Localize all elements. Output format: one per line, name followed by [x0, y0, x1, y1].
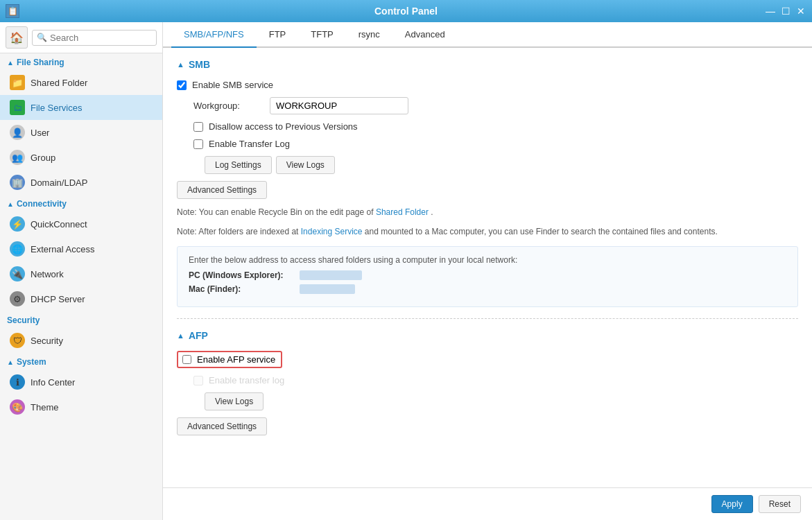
enable-smb-label: Enable SMB service — [192, 80, 273, 90]
smb-advanced-settings-row: Advanced Settings — [177, 181, 798, 199]
smb-advanced-settings-btn[interactable]: Advanced Settings — [177, 181, 267, 199]
sidebar-item-external-access[interactable]: 🌐 External Access — [0, 236, 162, 261]
shared-folder-icon: 📁 — [10, 75, 25, 90]
enable-transfer-log-row: Enable Transfer Log — [177, 139, 798, 149]
smb-section-label: SMB — [189, 59, 210, 70]
pc-label: PC (Windows Explorer): — [189, 270, 300, 280]
reset-button[interactable]: Reset — [759, 495, 801, 513]
apply-button[interactable]: Apply — [711, 495, 753, 513]
footer-bar: Apply Reset — [163, 487, 812, 520]
smb-section-header[interactable]: ▲ SMB — [177, 59, 798, 70]
close-btn[interactable]: ✕ — [795, 6, 806, 17]
tab-smb-afp-nfs[interactable]: SMB/AFP/NFS — [171, 22, 257, 48]
section-divider — [177, 318, 798, 319]
enable-transfer-log-wrap[interactable]: Enable Transfer Log — [193, 139, 290, 149]
sidebar-item-quickconnect-label: QuickConnect — [31, 219, 87, 229]
sidebar-item-user-label: User — [31, 128, 49, 138]
section-security-header: Security — [0, 311, 162, 328]
sidebar-item-shared-folder-label: Shared Folder — [31, 78, 87, 88]
enable-smb-row: Enable SMB service — [177, 80, 798, 90]
dhcp-icon: ⚙ — [10, 291, 25, 306]
afp-transfer-log-row: Enable transfer log — [177, 375, 798, 385]
app-container: 🏠 🔍 ▲ File Sharing 📁 Shared Folder 🗂 Fil… — [0, 22, 812, 520]
group-icon: 👥 — [10, 150, 25, 165]
enable-smb-checkbox-wrap[interactable]: Enable SMB service — [177, 80, 273, 90]
chevron-connectivity-icon: ▲ — [7, 200, 14, 208]
enable-afp-checkbox[interactable] — [182, 355, 191, 364]
sidebar-item-dhcp[interactable]: ⚙ DHCP Server — [0, 286, 162, 311]
smb-note-2: Note: After folders are indexed at Index… — [177, 225, 798, 238]
sidebar-item-domain-label: Domain/LDAP — [31, 177, 87, 188]
section-file-sharing-label: File Sharing — [17, 58, 64, 67]
enable-afp-label: Enable AFP service — [197, 354, 275, 365]
sidebar-item-security[interactable]: 🛡 Security — [0, 328, 162, 353]
domain-icon: 🏢 — [10, 175, 25, 190]
indexing-service-link[interactable]: Indexing Service — [301, 227, 363, 236]
afp-view-logs-btn[interactable]: View Logs — [205, 392, 264, 410]
afp-transfer-log-wrap: Enable transfer log — [193, 375, 284, 385]
enable-transfer-log-label: Enable Transfer Log — [209, 139, 290, 149]
section-system[interactable]: ▲ System — [0, 353, 162, 370]
sidebar-item-user[interactable]: 👤 User — [0, 120, 162, 145]
afp-view-logs-row: View Logs — [177, 392, 798, 410]
workgroup-label: Workgroup: — [193, 101, 263, 111]
home-button[interactable]: 🏠 — [6, 26, 28, 49]
afp-highlight-box: Enable AFP service — [177, 351, 282, 368]
disallow-prev-versions-row: Disallow access to Previous Versions — [177, 121, 798, 132]
sidebar-item-theme-label: Theme — [31, 402, 58, 413]
section-file-sharing[interactable]: ▲ File Sharing — [0, 53, 162, 70]
section-system-label: System — [17, 357, 46, 367]
workgroup-input[interactable] — [270, 97, 408, 114]
tab-ftp[interactable]: FTP — [257, 22, 299, 48]
sidebar-item-info-center[interactable]: ℹ Info Center — [0, 370, 162, 395]
afp-section-header[interactable]: ▲ AFP — [177, 330, 798, 341]
sidebar-item-file-services[interactable]: 🗂 File Services — [0, 95, 162, 120]
sidebar-item-shared-folder[interactable]: 📁 Shared Folder — [0, 70, 162, 95]
afp-section-label: AFP — [189, 330, 208, 341]
search-input[interactable] — [50, 33, 152, 43]
smb-chevron-icon: ▲ — [177, 60, 184, 69]
smb-info-box: Enter the below address to access shared… — [177, 246, 798, 307]
log-btn-group: Log Settings View Logs — [205, 156, 335, 174]
afp-transfer-log-label: Enable transfer log — [209, 375, 284, 385]
enable-smb-checkbox[interactable] — [177, 80, 187, 90]
content-area: ▲ SMB Enable SMB service Workgroup: Disa — [163, 48, 812, 487]
disallow-prev-versions-checkbox[interactable] — [193, 122, 203, 132]
mac-row: Mac (Finder): — [189, 284, 786, 294]
sidebar-item-info-center-label: Info Center — [31, 377, 75, 388]
quickconnect-icon: ⚡ — [10, 216, 25, 232]
theme-icon: 🎨 — [10, 399, 25, 415]
user-icon: 👤 — [10, 125, 25, 140]
tab-tftp[interactable]: TFTP — [298, 22, 346, 48]
minimize-btn[interactable]: — — [765, 6, 776, 17]
disallow-prev-versions-wrap[interactable]: Disallow access to Previous Versions — [193, 121, 358, 132]
sidebar-item-quickconnect[interactable]: ⚡ QuickConnect — [0, 211, 162, 236]
pc-row: PC (Windows Explorer): — [189, 270, 786, 280]
afp-chevron-icon: ▲ — [177, 331, 184, 340]
tab-rsync[interactable]: rsync — [346, 22, 392, 48]
sidebar-item-network[interactable]: 🔌 Network — [0, 261, 162, 286]
network-icon: 🔌 — [10, 266, 25, 281]
sidebar-item-security-label: Security — [31, 336, 63, 346]
enable-transfer-log-checkbox[interactable] — [193, 139, 203, 149]
sidebar-item-theme[interactable]: 🎨 Theme — [0, 395, 162, 419]
title-bar: 📋 Control Panel — ☐ ✕ — [0, 0, 812, 22]
log-settings-btn[interactable]: Log Settings — [205, 156, 272, 174]
sidebar-item-group-label: Group — [31, 153, 55, 163]
sidebar-item-dhcp-label: DHCP Server — [31, 294, 85, 304]
enable-afp-row: Enable AFP service — [177, 351, 798, 368]
shared-folder-link[interactable]: Shared Folder — [376, 207, 429, 217]
sidebar-item-group[interactable]: 👥 Group — [0, 145, 162, 170]
sidebar-item-domain-ldap[interactable]: 🏢 Domain/LDAP — [0, 170, 162, 195]
main-content: SMB/AFP/NFS FTP TFTP rsync Advanced ▲ SM… — [163, 22, 812, 520]
log-buttons-row: Log Settings View Logs — [177, 156, 798, 174]
maximize-btn[interactable]: ☐ — [780, 6, 791, 17]
workgroup-row: Workgroup: — [177, 97, 798, 114]
afp-advanced-settings-btn[interactable]: Advanced Settings — [177, 417, 267, 435]
external-access-icon: 🌐 — [10, 241, 25, 257]
view-logs-btn[interactable]: View Logs — [276, 156, 335, 174]
section-connectivity[interactable]: ▲ Connectivity — [0, 195, 162, 211]
tab-advanced[interactable]: Advanced — [392, 22, 458, 48]
afp-advanced-settings-row: Advanced Settings — [177, 417, 798, 435]
chevron-icon: ▲ — [7, 59, 14, 67]
